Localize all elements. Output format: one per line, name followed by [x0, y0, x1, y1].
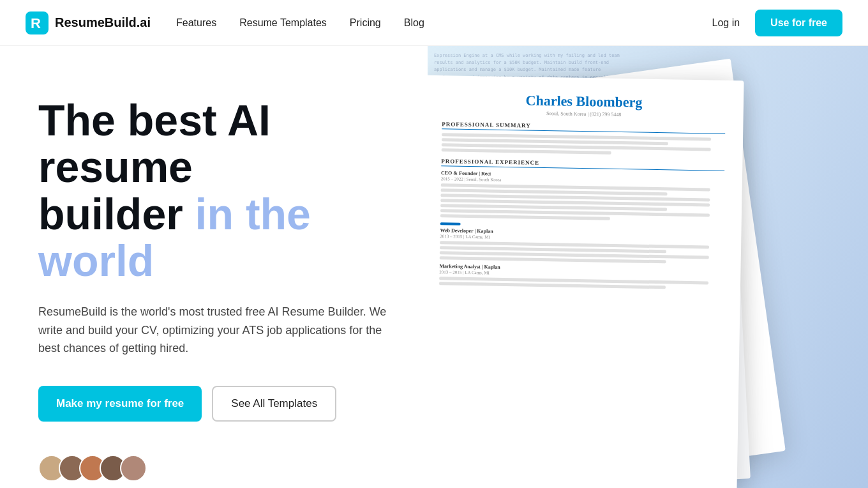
login-button[interactable]: Log in	[712, 17, 740, 29]
hero-left: The best AI resume builder in the world …	[0, 46, 428, 488]
nav-link-pricing[interactable]: Pricing	[350, 17, 381, 29]
resume-stack: Charles Bloomberg Seoul, South Korea | (…	[428, 59, 855, 488]
nav-link-templates[interactable]: Resume Templates	[239, 17, 327, 29]
avatar-5	[120, 455, 147, 482]
hero-title-line2: builder	[38, 190, 195, 238]
summary-line-4	[442, 148, 611, 155]
nav-right: Log in Use for free	[712, 10, 842, 36]
job1-line-7	[440, 214, 610, 220]
nav-link-features[interactable]: Features	[176, 17, 216, 29]
hero-section: The best AI resume builder in the world …	[0, 46, 868, 488]
nav-left: R ResumeBuild.ai Features Resume Templat…	[26, 11, 424, 34]
logo-text: ResumeBuild.ai	[55, 15, 151, 30]
hero-description: ResumeBuild is the world's most trusted …	[38, 303, 402, 358]
logo[interactable]: R ResumeBuild.ai	[26, 11, 151, 34]
blue-accent-bar	[440, 222, 461, 225]
navbar: R ResumeBuild.ai Features Resume Templat…	[0, 0, 868, 46]
nav-links: Features Resume Templates Pricing Blog	[176, 17, 424, 29]
use-for-free-button[interactable]: Use for free	[755, 10, 842, 36]
resume-section-summary: PROFESSIONAL SUMMARY	[442, 121, 725, 134]
hero-buttons: Make my resume for free See All Template…	[38, 386, 402, 422]
svg-text:R: R	[31, 15, 41, 31]
hero-right: Expression Engine at a CMS while working…	[428, 46, 868, 488]
see-templates-button[interactable]: See All Templates	[212, 386, 336, 422]
user-avatars	[38, 455, 402, 482]
hero-title-line1: The best AI resume	[38, 96, 271, 191]
job3-wrapper: Marketing Analyst | Kaplan 2013 – 2015 |…	[439, 263, 723, 290]
logo-icon: R	[26, 11, 49, 34]
make-resume-button[interactable]: Make my resume for free	[38, 386, 202, 422]
nav-link-blog[interactable]: Blog	[404, 17, 424, 29]
resume-card-front: Charles Bloomberg Seoul, South Korea | (…	[428, 75, 744, 488]
hero-title: The best AI resume builder in the world	[38, 97, 402, 285]
resume-section-experience: PROFESSIONAL EXPERIENCE	[441, 158, 724, 171]
social-proof: ★ ★ ★ ★ ★ 4.8 Trusted by 1.4m+ users	[38, 455, 402, 488]
resume-front-content: Charles Bloomberg Seoul, South Korea | (…	[428, 75, 744, 308]
